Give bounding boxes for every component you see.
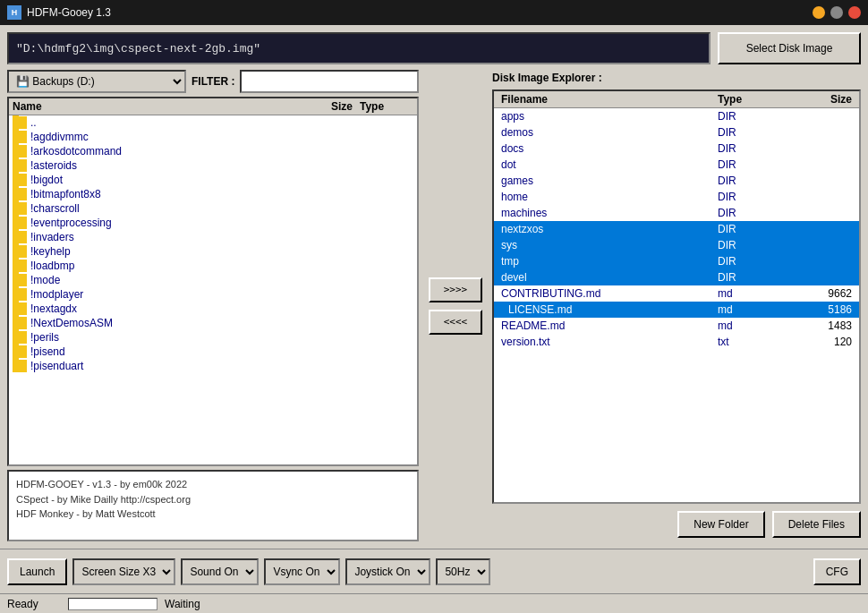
disk-item-type: DIR xyxy=(718,142,789,155)
list-item[interactable]: !mode xyxy=(9,273,417,287)
copy-to-disk-button[interactable]: >>>> xyxy=(429,277,482,302)
folder-icon xyxy=(13,245,27,258)
folder-icon xyxy=(13,202,27,215)
list-item[interactable]: !agddivmmc xyxy=(9,130,417,144)
cfg-button[interactable]: CFG xyxy=(813,558,861,585)
disk-item-name: docs xyxy=(501,142,718,155)
disk-explorer-scroll[interactable]: apps DIR demos DIR docs DIR dot DIR game… xyxy=(494,108,859,502)
table-row[interactable]: README.md md 1483 xyxy=(494,318,859,334)
folder-icon xyxy=(13,188,27,200)
list-item[interactable]: .. xyxy=(9,115,417,130)
disk-item-type: md xyxy=(718,287,789,300)
list-item[interactable]: !perils xyxy=(9,330,417,345)
titlebar: H HDFM-Gooey 1.3 xyxy=(0,0,868,25)
list-item[interactable]: !modplayer xyxy=(9,287,417,302)
list-item[interactable]: !charscroll xyxy=(9,201,417,216)
joystick-select[interactable]: Joystick OnJoystick Off xyxy=(345,558,430,585)
item-name: !mode xyxy=(30,274,306,286)
item-name: !pisend xyxy=(30,345,306,358)
table-row[interactable]: CONTRIBUTING.md md 9662 xyxy=(494,285,859,302)
select-disk-button[interactable]: Select Disk Image xyxy=(718,32,861,64)
table-row[interactable]: machines DIR xyxy=(494,205,859,221)
table-row[interactable]: LICENSE.md md 5186 xyxy=(494,302,859,318)
file-list-scroll[interactable]: .. !agddivmmc !arkosdotcommand !asteroid… xyxy=(9,115,417,464)
item-name: !charscroll xyxy=(30,202,306,215)
table-row[interactable]: demos DIR xyxy=(494,124,859,140)
drive-select[interactable]: 💾 Backups (D:)C:E: xyxy=(7,70,186,93)
status-progress-bar xyxy=(68,598,157,610)
folder-icon xyxy=(13,116,27,129)
item-name: !arkosdotcommand xyxy=(30,145,306,158)
disk-explorer-header: Filename Type Size xyxy=(494,91,859,108)
disk-item-size: 120 xyxy=(789,336,852,348)
disk-explorer-label: Disk Image Explorer : xyxy=(492,70,861,86)
path-input[interactable] xyxy=(7,32,711,64)
item-name: !asteroids xyxy=(30,159,306,172)
item-name: !perils xyxy=(30,331,306,344)
item-name: !modplayer xyxy=(30,288,306,301)
vsync-select[interactable]: Vsync OnVsync Off xyxy=(264,558,340,585)
table-row[interactable]: nextzxos DIR xyxy=(494,221,859,237)
disk-item-type: DIR xyxy=(718,175,789,187)
list-item[interactable]: !invaders xyxy=(9,230,417,244)
item-name: !bigdot xyxy=(30,174,306,186)
close-button[interactable] xyxy=(848,6,861,19)
table-row[interactable]: sys DIR xyxy=(494,237,859,253)
table-row[interactable]: games DIR xyxy=(494,173,859,189)
status-waiting-label: Waiting xyxy=(165,598,200,610)
file-list-header: Name Size Type xyxy=(9,98,417,115)
table-row[interactable]: version.txt txt 120 xyxy=(494,334,859,350)
folder-icon xyxy=(13,145,27,158)
copy-from-disk-button[interactable]: <<<< xyxy=(429,310,482,335)
list-item[interactable]: !eventprocessing xyxy=(9,216,417,230)
disk-explorer-container: Filename Type Size apps DIR demos DIR do… xyxy=(492,89,861,504)
main-content: Select Disk Image 💾 Backups (D:)C:E: FIL… xyxy=(0,25,868,549)
list-item[interactable]: !pisend xyxy=(9,345,417,359)
list-item[interactable]: !bitmapfont8x8 xyxy=(9,187,417,201)
disk-item-type: DIR xyxy=(718,207,789,219)
table-row[interactable]: dot DIR xyxy=(494,157,859,173)
hz-select[interactable]: 50Hz60Hz xyxy=(436,558,490,585)
folder-icon xyxy=(13,159,27,172)
screen-size-select[interactable]: Screen Size X1Screen Size X2Screen Size … xyxy=(72,558,175,585)
disk-item-name: nextzxos xyxy=(501,223,718,235)
new-folder-button[interactable]: New Folder xyxy=(677,511,764,538)
list-item[interactable]: !bigdot xyxy=(9,173,417,187)
bottom-bar: Launch Screen Size X1Screen Size X2Scree… xyxy=(0,549,868,593)
disk-item-name: CONTRIBUTING.md xyxy=(501,287,718,300)
list-item[interactable]: !keyhelp xyxy=(9,244,417,259)
table-row[interactable]: tmp DIR xyxy=(494,253,859,269)
list-item[interactable]: !arkosdotcommand xyxy=(9,144,417,158)
table-row[interactable]: home DIR xyxy=(494,189,859,205)
folder-icon xyxy=(13,288,27,301)
disk-item-size: 1483 xyxy=(789,319,852,332)
disk-col-filename: Filename xyxy=(501,93,718,106)
disk-col-type: Type xyxy=(718,93,789,106)
app-icon: H xyxy=(7,5,21,20)
list-item[interactable]: !asteroids xyxy=(9,158,417,173)
sound-select[interactable]: Sound OnSound Off xyxy=(181,558,259,585)
filter-input[interactable] xyxy=(240,70,419,93)
table-row[interactable]: devel DIR xyxy=(494,269,859,285)
middle-area: 💾 Backups (D:)C:E: FILTER : Name Size Ty… xyxy=(7,70,861,541)
list-item[interactable]: !NextDemosASM xyxy=(9,316,417,330)
disk-item-name: devel xyxy=(501,271,718,284)
folder-icon xyxy=(13,231,27,243)
list-item[interactable]: !nextagdx xyxy=(9,302,417,316)
maximize-button[interactable] xyxy=(830,6,843,19)
info-line1: HDFM-GOOEY - v1.3 - by em00k 2022 xyxy=(16,477,410,492)
minimize-button[interactable] xyxy=(813,6,825,19)
table-row[interactable]: apps DIR xyxy=(494,108,859,124)
folder-icon xyxy=(13,302,27,315)
info-box: HDFM-GOOEY - v1.3 - by em00k 2022 CSpect… xyxy=(7,470,419,541)
right-panel: Disk Image Explorer : Filename Type Size… xyxy=(492,70,861,541)
disk-item-size: 5186 xyxy=(789,303,852,316)
table-row[interactable]: docs DIR xyxy=(494,140,859,157)
delete-files-button[interactable]: Delete Files xyxy=(772,511,861,538)
list-item[interactable]: !pisenduart xyxy=(9,359,417,373)
list-item[interactable]: !loadbmp xyxy=(9,259,417,273)
item-name: !invaders xyxy=(30,231,306,243)
item-name: !NextDemosASM xyxy=(30,317,306,329)
launch-button[interactable]: Launch xyxy=(7,558,67,585)
disk-item-name: version.txt xyxy=(501,336,718,348)
